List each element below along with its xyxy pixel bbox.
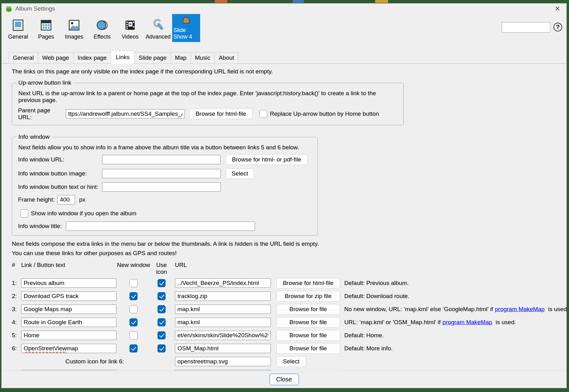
- use-icon-checkbox[interactable]: [158, 279, 166, 287]
- link-row: 1:Previous albumBrowse for html-fileDefa…: [12, 277, 567, 290]
- title-bar: Album Settings ✕: [2, 3, 567, 14]
- browse-html-pdf-button[interactable]: Browse for html- or pdf-file: [226, 154, 308, 165]
- link-text-input[interactable]: OpenStreetView map: [21, 344, 116, 353]
- custom-icon-input[interactable]: [175, 357, 271, 366]
- browse-button[interactable]: Browse for html-file: [276, 278, 340, 288]
- dialog-footer: Close: [2, 371, 567, 388]
- link-text-input[interactable]: Download GPS track: [21, 292, 116, 301]
- tab-links[interactable]: Links: [111, 50, 134, 64]
- toolbar-item-label: Pages: [38, 34, 54, 40]
- link-row: 6:OpenStreetView mapBrowse for fileDefau…: [12, 342, 567, 355]
- window-close-button[interactable]: ✕: [552, 5, 563, 12]
- toolbar-item-label: Effects: [94, 34, 111, 40]
- custom-icon-select-button[interactable]: Select: [276, 356, 306, 367]
- toolbar-item-general[interactable]: General: [4, 14, 32, 42]
- link-url-input[interactable]: [175, 331, 271, 340]
- new-window-checkbox[interactable]: [129, 318, 138, 326]
- link-rows: 1:Previous albumBrowse for html-fileDefa…: [12, 277, 567, 381]
- link-description: Default: More info.: [344, 345, 393, 352]
- tab-slide-page[interactable]: Slide page: [134, 52, 171, 64]
- advanced-icon: [151, 18, 165, 32]
- browse-html-file-button[interactable]: Browse for html-file: [189, 109, 252, 119]
- new-window-cell: [116, 305, 151, 313]
- program-makemap-link[interactable]: program MakeMap: [443, 319, 492, 325]
- link-url-input[interactable]: [175, 318, 271, 327]
- toolbar-item-images[interactable]: Images: [60, 14, 88, 42]
- use-icon-checkbox[interactable]: [158, 318, 166, 326]
- link-url-input[interactable]: [175, 278, 271, 288]
- close-button[interactable]: Close: [270, 374, 299, 385]
- toolbar-item-videos[interactable]: Videos: [116, 14, 144, 42]
- info-window-image-input[interactable]: [102, 169, 221, 178]
- link-text-input[interactable]: Home: [21, 331, 116, 340]
- browse-button[interactable]: Browse for file: [276, 317, 340, 328]
- browse-button[interactable]: Browse for file: [276, 304, 340, 315]
- pages-icon: [39, 18, 53, 32]
- link-url-input[interactable]: [175, 344, 271, 353]
- toolbar-item-advanced[interactable]: Advanced: [144, 14, 172, 42]
- info-window-description: Next fields allow you to show info in a …: [18, 144, 313, 151]
- tab-music[interactable]: Music: [190, 52, 215, 64]
- info-window-group: Info window Next fields allow you to sho…: [12, 133, 318, 236]
- new-window-checkbox[interactable]: [129, 344, 138, 352]
- use-icon-cell: [151, 305, 172, 313]
- link-description: URL: ‘map.kml’ or 'OSM_Map.html' ifprogr…: [344, 319, 516, 326]
- tab-about[interactable]: About: [214, 52, 239, 64]
- parent-page-url-input[interactable]: [66, 109, 185, 119]
- misspelled-word: OpenStreetView: [24, 345, 67, 352]
- frame-height-input[interactable]: [57, 195, 75, 204]
- new-window-cell: [116, 318, 151, 326]
- use-icon-checkbox[interactable]: [158, 305, 166, 313]
- select-image-button[interactable]: Select: [226, 168, 254, 179]
- link-text-input[interactable]: Google Maps map: [21, 305, 116, 314]
- link-text-input[interactable]: Previous album: [21, 278, 116, 288]
- new-window-checkbox[interactable]: [129, 292, 138, 300]
- new-window-cell: [116, 331, 151, 339]
- toolbar-item-effects[interactable]: Effects: [88, 14, 116, 42]
- new-window-checkbox[interactable]: [129, 331, 138, 339]
- header-url: URL: [175, 262, 187, 275]
- toolbar-item-label: General: [8, 34, 28, 40]
- tab-web-page[interactable]: Web page: [38, 52, 73, 64]
- new-window-checkbox[interactable]: [129, 305, 138, 313]
- info-window-title-input[interactable]: [66, 222, 255, 231]
- links-tab-content: The links on this page are only visible …: [2, 64, 567, 388]
- toolbar-item-slide-show-4[interactable]: Slide Show 4: [172, 14, 200, 42]
- info-window-hint-input[interactable]: [102, 182, 221, 192]
- link-text-input[interactable]: Route in Google Earth: [21, 318, 116, 327]
- browse-button[interactable]: Browse for file: [276, 330, 340, 341]
- header-new-window: New window: [116, 262, 151, 275]
- link-description: Default: Home.: [344, 332, 384, 339]
- replace-up-arrow-label: Replace Up-arrow button by Home button: [270, 110, 379, 117]
- program-makemap-link[interactable]: program MakeMap: [495, 306, 544, 312]
- link-url-input[interactable]: [175, 292, 271, 301]
- link-url-input[interactable]: [175, 305, 271, 314]
- use-icon-cell: [151, 292, 172, 300]
- use-icon-checkbox[interactable]: [158, 331, 166, 339]
- up-arrow-legend: Up-arrow button link: [16, 79, 73, 86]
- info-window-image-label: Info window button image:: [18, 170, 102, 177]
- use-icon-checkbox[interactable]: [158, 292, 166, 300]
- show-info-window-checkbox[interactable]: [20, 209, 28, 217]
- use-icon-checkbox[interactable]: [158, 344, 166, 352]
- help-button[interactable]: ?: [553, 23, 562, 31]
- main-toolbar: General Pages Images Effects: [2, 14, 567, 42]
- browse-button[interactable]: Browse for file: [276, 343, 340, 354]
- link-number: 3:: [12, 306, 21, 313]
- replace-up-arrow-checkbox[interactable]: [259, 110, 267, 118]
- info-window-url-input[interactable]: [102, 155, 221, 164]
- general-icon: [11, 18, 25, 32]
- tab-map[interactable]: Map: [171, 52, 191, 64]
- toolbar-item-label: Videos: [122, 34, 139, 40]
- toolbar-item-pages[interactable]: Pages: [32, 14, 60, 42]
- tab-index-page[interactable]: Index page: [73, 52, 111, 64]
- browse-button[interactable]: Browse for zip file: [276, 291, 340, 301]
- toolbar-item-label: Advanced: [146, 34, 171, 40]
- new-window-checkbox[interactable]: [129, 279, 138, 287]
- link-description: Default: Download route.: [344, 293, 409, 300]
- use-icon-cell: [151, 331, 172, 339]
- desktop-fragment: [293, 0, 304, 3]
- custom-icon-row: Custom icon for link 6:Select: [12, 355, 567, 368]
- up-arrow-description: Next URL is the up-arrow link to a paren…: [18, 90, 399, 104]
- tab-general[interactable]: General: [8, 52, 38, 64]
